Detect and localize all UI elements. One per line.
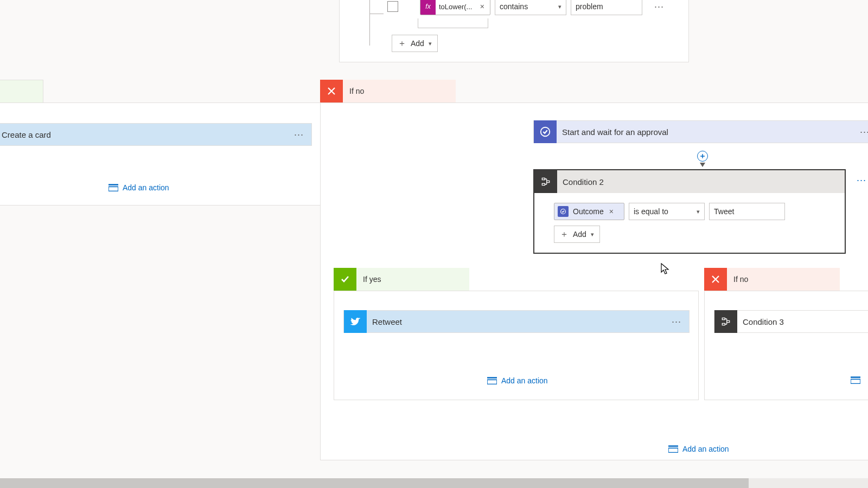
check-icon	[334, 268, 356, 291]
value-text: Tweet	[714, 207, 734, 216]
horizontal-scrollbar-thumb[interactable]	[0, 478, 749, 488]
add-action-label: Add an action	[682, 445, 729, 453]
condition-2-body: Outcome × is equal to ▾ Tweet ＋ Add ▾	[534, 193, 845, 253]
operator-dropdown[interactable]: contains ▾	[495, 0, 566, 15]
add-action-icon	[668, 445, 678, 453]
action-title: Retweet	[367, 317, 664, 326]
condition-icon	[714, 310, 737, 333]
action-more-icon[interactable]: ···	[852, 126, 868, 138]
value-input[interactable]: Tweet	[709, 203, 785, 220]
tree-line-2	[369, 14, 392, 46]
action-more-icon[interactable]: ···	[286, 129, 311, 140]
value-text: problem	[576, 2, 603, 11]
action-more-icon[interactable]: ···	[664, 316, 689, 328]
token-container-empty	[418, 18, 488, 28]
approval-action[interactable]: Start and wait for an approval ···	[533, 120, 868, 143]
action-title: Start and wait for an approval	[557, 127, 852, 137]
chevron-down-icon: ▾	[697, 208, 700, 215]
operator-value: contains	[500, 2, 528, 11]
condition-icon	[534, 170, 557, 193]
condition-2-card[interactable]: Condition 2 Outcome × is equal to ▾ Twee…	[533, 169, 846, 254]
action-title: Create a card	[0, 130, 286, 139]
action-title: Condition 3	[737, 317, 868, 326]
svg-rect-8	[487, 380, 497, 384]
condition-3-card[interactable]: Condition 3	[714, 310, 868, 333]
approval-badge-icon	[558, 206, 569, 217]
svg-rect-3	[108, 184, 118, 185]
row-more-icon[interactable]: ···	[647, 1, 672, 12]
approval-icon	[534, 120, 557, 143]
fx-icon: fx	[420, 0, 436, 15]
svg-rect-7	[487, 377, 497, 378]
value-input[interactable]: problem	[571, 0, 642, 15]
branch-label: If no	[349, 87, 364, 95]
chevron-down-icon: ▾	[429, 40, 432, 47]
token-remove-icon[interactable]: ×	[607, 207, 615, 216]
expression-text: toLower(...	[439, 3, 478, 11]
chevron-down-icon: ▾	[591, 231, 594, 238]
token-remove-icon[interactable]: ×	[478, 2, 486, 11]
svg-rect-4	[108, 187, 118, 191]
svg-rect-11	[668, 445, 678, 446]
connector-arrow-icon	[700, 163, 705, 167]
flow-canvas[interactable]: fx toLower(... × contains ▾ problem ··· …	[0, 0, 868, 488]
expression-token[interactable]: fx toLower(... ×	[420, 0, 490, 15]
row-checkbox[interactable]	[387, 1, 398, 12]
svg-rect-9	[851, 376, 860, 377]
plus-icon: ＋	[560, 230, 569, 239]
add-action-icon	[108, 184, 118, 191]
tree-line	[369, 0, 384, 14]
cursor-icon	[661, 263, 671, 275]
svg-rect-12	[668, 448, 678, 452]
if-no-branch-header[interactable]: If no	[320, 80, 456, 102]
create-card-action[interactable]: Create a card ···	[0, 123, 312, 146]
horizontal-scrollbar-track[interactable]	[0, 478, 868, 488]
chevron-down-icon: ▾	[558, 3, 561, 10]
add-action-label: Add an action	[501, 376, 548, 385]
add-row-button[interactable]: ＋ Add ▾	[392, 35, 438, 52]
add-action-button[interactable]: Add an action	[487, 376, 548, 385]
add-action-icon	[851, 376, 860, 384]
add-action-button[interactable]	[851, 376, 860, 384]
outcome-token[interactable]: Outcome ×	[554, 203, 624, 220]
svg-rect-10	[851, 379, 860, 383]
add-action-label: Add an action	[123, 183, 169, 192]
close-icon	[704, 268, 727, 291]
nested-if-no-container	[704, 291, 868, 400]
close-icon	[320, 80, 343, 102]
retweet-action[interactable]: Retweet ···	[343, 310, 690, 333]
insert-step-button[interactable]: ＋	[697, 151, 708, 162]
condition-2-more-icon[interactable]: ···	[849, 175, 868, 186]
twitter-icon	[344, 310, 367, 333]
add-row-button[interactable]: ＋ Add ▾	[554, 226, 600, 243]
plus-icon: ＋	[398, 39, 406, 48]
if-yes-branch-header[interactable]: If yes	[0, 80, 43, 102]
add-action-icon	[487, 377, 497, 384]
branch-label: If no	[733, 275, 748, 284]
top-condition-card: fx toLower(... × contains ▾ problem ··· …	[339, 0, 689, 62]
add-label: Add	[411, 39, 424, 48]
add-action-button[interactable]: Add an action	[668, 445, 729, 453]
add-label: Add	[573, 230, 586, 239]
condition-title: Condition 2	[557, 177, 845, 187]
operator-dropdown[interactable]: is equal to ▾	[629, 203, 705, 220]
nested-if-no-header[interactable]: If no	[704, 268, 840, 291]
operator-value: is equal to	[634, 207, 668, 216]
branch-label: If yes	[363, 275, 381, 284]
nested-if-yes-header[interactable]: If yes	[334, 268, 469, 291]
token-text: Outcome	[573, 207, 604, 216]
add-action-button[interactable]: Add an action	[108, 183, 169, 192]
